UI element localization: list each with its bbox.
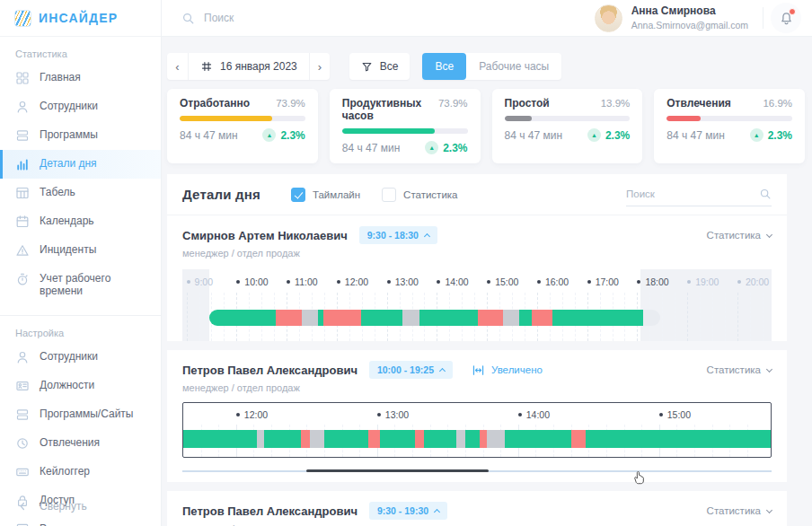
trend-up-icon: ▲ bbox=[750, 128, 763, 142]
checkbox-statistics[interactable]: Статистика bbox=[382, 188, 457, 202]
sidebar-divider bbox=[0, 315, 161, 316]
chevron-down-icon bbox=[766, 365, 772, 372]
stat-card-trend-value: 2.3% bbox=[443, 142, 467, 154]
stat-card-title: Отработанно bbox=[180, 97, 250, 110]
sidebar-item-programs-sites[interactable]: Программы/Сайты bbox=[0, 400, 161, 429]
hour-label-text: 14:00 bbox=[526, 409, 550, 420]
segment-work bbox=[586, 430, 771, 448]
tick-dot bbox=[287, 280, 290, 284]
hour-label-text: 11:00 bbox=[295, 276, 318, 287]
statistics-dropdown[interactable]: Статистика bbox=[707, 230, 772, 241]
tick-dot bbox=[537, 280, 541, 284]
zoomed-indicator[interactable]: Увеличено bbox=[472, 364, 543, 377]
statistics-dropdown-label: Статистика bbox=[707, 364, 761, 375]
sidebar-item-positions[interactable]: Должности bbox=[0, 372, 161, 400]
time-range-badge[interactable]: 10:00 - 19:25 bbox=[369, 361, 453, 379]
toggle-option-working-hours[interactable]: Рабочие часы bbox=[466, 53, 561, 80]
sidebar-item-label: Главная bbox=[40, 71, 81, 83]
logo[interactable]: ИНСАЙДЕР bbox=[0, 0, 161, 37]
notifications-button[interactable] bbox=[771, 3, 801, 33]
stat-card-progress-fill bbox=[342, 128, 435, 134]
sidebar-item-label: Расписание bbox=[40, 522, 99, 526]
sidebar-item-employees-settings[interactable]: Сотрудники bbox=[0, 343, 161, 372]
hour-label: 12:00 bbox=[236, 409, 268, 420]
stat-card-progress-track bbox=[180, 116, 305, 121]
sidebar-collapse-button[interactable]: Свернуть bbox=[0, 495, 161, 518]
stat-card-value: 84 ч 47 мин bbox=[666, 129, 725, 142]
segment-work bbox=[419, 310, 478, 326]
topbar-divider bbox=[763, 7, 763, 29]
sidebar-item-home[interactable]: Главная bbox=[0, 64, 161, 92]
sidebar-item-calendar[interactable]: Календарь bbox=[0, 207, 161, 236]
segment-empty bbox=[643, 310, 660, 326]
hour-label: 19:00 bbox=[687, 276, 719, 287]
stat-card-1: Отработанно73.9%84 ч 47 мин▲2.3% bbox=[167, 89, 318, 163]
time-range-badge[interactable]: 9:30 - 19:30 bbox=[369, 502, 447, 520]
user-menu[interactable]: Анна Смирнова Anna.Smirnova@gmail.com bbox=[595, 4, 748, 32]
checkbox-statistics-box[interactable] bbox=[382, 188, 396, 202]
chevron-down-icon bbox=[766, 231, 772, 237]
avatar bbox=[595, 4, 622, 32]
sidebar-item-distractions[interactable]: Отвлечения bbox=[0, 429, 161, 458]
hour-label-text: 16:00 bbox=[545, 276, 569, 287]
checkbox-timeline[interactable]: Таймлайн bbox=[291, 188, 360, 202]
checkbox-timeline-box[interactable] bbox=[291, 188, 305, 202]
statistics-dropdown[interactable]: Статистика bbox=[707, 364, 772, 375]
date-prev-button[interactable]: ‹ bbox=[167, 53, 188, 80]
sidebar-item-timesheet[interactable]: Табель bbox=[0, 179, 161, 207]
segment-distraction bbox=[571, 430, 586, 448]
sidebar-item-incidents[interactable]: Инциденты bbox=[0, 236, 161, 265]
date-label: 16 января 2023 bbox=[220, 60, 297, 73]
quarter-gridline bbox=[725, 293, 726, 341]
employee-row-2: Петров Павел Александрович 10:00 - 19:25… bbox=[167, 350, 787, 482]
sidebar-item-label: Календарь bbox=[40, 215, 94, 227]
activity-bar-zoomed bbox=[183, 430, 771, 448]
segment-idle bbox=[503, 310, 520, 326]
sidebar-item-employees[interactable]: Сотрудники bbox=[0, 92, 161, 121]
quarter-gridline bbox=[750, 293, 751, 341]
sidebar-item-day-details[interactable]: Детали дня bbox=[0, 150, 161, 179]
hour-label-text: 13:00 bbox=[395, 276, 419, 287]
global-search-input[interactable]: Поиск bbox=[181, 12, 595, 25]
sidebar-item-programs[interactable]: Программы bbox=[0, 121, 161, 150]
stat-card-2: Продуктивных часов73.9%84 ч 47 мин▲2.3% bbox=[330, 89, 481, 163]
stat-card-trend: ▲2.3% bbox=[750, 128, 792, 142]
hour-label: 12:00 bbox=[337, 276, 368, 287]
sidebar-section-label: Статистика bbox=[0, 48, 161, 64]
tick-dot bbox=[187, 280, 190, 284]
toggle-option-all[interactable]: Все bbox=[422, 53, 466, 80]
segment-work bbox=[465, 430, 480, 448]
sidebar-item-label: Табель bbox=[40, 186, 75, 198]
sidebar-item-keylogger[interactable]: Кейлоггер bbox=[0, 458, 161, 487]
timeline-row-1: 9:0010:0011:0012:0013:0014:0015:0016:001… bbox=[182, 269, 772, 341]
details-block: Петров Павел Александрович 9:30 - 19:30 … bbox=[167, 491, 787, 526]
filter-button[interactable]: Все bbox=[349, 53, 410, 80]
panel-search-input[interactable]: Поиск bbox=[626, 183, 772, 206]
details-panel: Детали дня ТаймлайнСтатистика Поиск Смир… bbox=[167, 174, 787, 526]
stat-card-bottom: 84 ч 47 мин▲2.3% bbox=[342, 141, 468, 154]
sidebar-item-time-tracking[interactable]: Учет рабочего времени bbox=[0, 265, 161, 304]
hour-label: 13:00 bbox=[387, 276, 419, 287]
segment-work bbox=[361, 310, 403, 326]
hour-gridline bbox=[187, 293, 188, 341]
timeline-row-2-zoombox[interactable]: 12:0013:0014:0015:00 bbox=[182, 402, 772, 458]
users-icon bbox=[15, 350, 30, 364]
hour-label-text: 9:00 bbox=[195, 276, 213, 287]
activity-bar bbox=[209, 310, 660, 326]
sidebar-item-label: Отвлечения bbox=[40, 436, 100, 449]
stat-card-trend: ▲2.3% bbox=[587, 128, 630, 142]
segment-distraction bbox=[301, 430, 310, 448]
time-range-badge[interactable]: 9:30 - 18:30 bbox=[359, 226, 437, 244]
statistics-dropdown[interactable]: Статистика bbox=[707, 505, 772, 516]
segment-distraction bbox=[323, 310, 361, 326]
sidebar-item-label: Программы bbox=[40, 128, 98, 141]
date-button[interactable]: 16 января 2023 bbox=[188, 53, 309, 80]
stat-card-progress-fill bbox=[180, 116, 272, 121]
keyboard-icon bbox=[15, 465, 30, 479]
trend-up-icon: ▲ bbox=[587, 128, 601, 142]
stat-card-percent: 73.9% bbox=[276, 98, 305, 109]
date-next-button[interactable]: › bbox=[309, 53, 330, 80]
employee-name: Смирнов Артем Николаевич bbox=[182, 229, 348, 242]
scrollbar-thumb[interactable] bbox=[306, 469, 489, 472]
stat-card-value: 84 ч 47 мин bbox=[180, 129, 238, 142]
